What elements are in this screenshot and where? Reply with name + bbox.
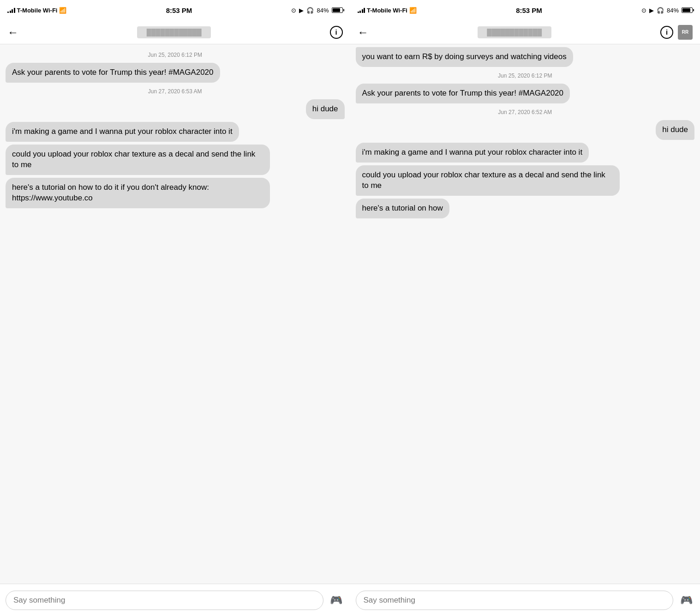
messages-area-right: you want to earn R$ by doing surveys and… <box>350 44 700 584</box>
message-incoming-3: could you upload your roblox char textur… <box>6 145 270 175</box>
wifi-icon: 📶 <box>59 7 66 14</box>
message-r-incoming-4: here's a tutorial on how <box>356 199 449 218</box>
gamepad-icon-right: 🎮 <box>680 594 693 606</box>
headphone-icon-right: 🎧 <box>657 7 664 14</box>
back-button-right[interactable]: ← <box>358 26 369 39</box>
gamepad-button-right[interactable]: 🎮 <box>678 592 694 609</box>
message-input-right[interactable] <box>356 591 674 610</box>
nav-icon-right: ▶ <box>649 7 654 14</box>
signal-icon-right <box>358 7 365 13</box>
input-bar-right: 🎮 <box>350 584 700 616</box>
battery-icon-right <box>682 7 693 13</box>
status-bar-left: T-Mobile Wi-Fi 📶 8:53 PM ⊙ ▶ 🎧 84% <box>0 0 350 20</box>
messages-area-left: Jun 25, 2020 6:12 PM Ask your parents to… <box>0 44 350 584</box>
message-incoming-4: here's a tutorial on how to do it if you… <box>6 178 270 208</box>
overflow-message: you want to earn R$ by doing surveys and… <box>356 47 573 67</box>
carrier-label: T-Mobile Wi-Fi <box>17 7 58 14</box>
location-icon-right: ⊙ <box>641 7 646 14</box>
nav-icon: ▶ <box>299 7 304 14</box>
message-incoming-1: Ask your parents to vote for Trump this … <box>6 63 220 83</box>
status-right: ⊙ ▶ 🎧 84% <box>291 7 342 14</box>
timestamp-1: Jun 25, 2020 6:12 PM <box>6 52 345 58</box>
message-r-incoming-3: could you upload your roblox char textur… <box>356 165 620 196</box>
back-button-left[interactable]: ← <box>7 26 18 39</box>
timestamp-2: Jun 27, 2020 6:53 AM <box>6 88 345 95</box>
message-input-left[interactable] <box>6 591 323 610</box>
battery-label-right: 84% <box>667 7 679 14</box>
headphone-icon: 🎧 <box>306 7 314 14</box>
status-right-right: ⊙ ▶ 🎧 84% <box>641 7 693 14</box>
message-r-outgoing-1: hi dude <box>656 120 694 140</box>
message-incoming-2: i'm making a game and I wanna put your r… <box>6 122 239 142</box>
time-label-right: 8:53 PM <box>516 6 542 14</box>
contact-name-left: ████████████ <box>137 26 211 38</box>
message-r-incoming-1: Ask your parents to vote for Trump this … <box>356 84 570 103</box>
location-icon: ⊙ <box>291 7 296 14</box>
timestamp-r1: Jun 25, 2020 6:12 PM <box>356 72 695 79</box>
signal-icon <box>7 7 15 13</box>
phone-panel-left: T-Mobile Wi-Fi 📶 8:53 PM ⊙ ▶ 🎧 84% ← ███… <box>0 0 350 616</box>
nav-bar-right: ← ████████████ i RR <box>350 20 700 44</box>
carrier-label-right: T-Mobile Wi-Fi <box>367 7 407 14</box>
info-button-right[interactable]: i <box>660 26 673 39</box>
nav-right-left: i <box>330 26 343 39</box>
timestamp-r2: Jun 27, 2020 6:52 AM <box>356 109 695 115</box>
gamepad-icon-left: 🎮 <box>330 594 342 606</box>
message-r-incoming-2: i'm making a game and I wanna put your r… <box>356 143 589 163</box>
battery-icon <box>332 7 343 13</box>
contact-name-right: ████████████ <box>478 26 551 38</box>
status-left: T-Mobile Wi-Fi 📶 <box>7 7 66 14</box>
avatar-right: RR <box>678 25 693 40</box>
nav-right-right: i RR <box>660 25 693 40</box>
wifi-icon-right: 📶 <box>409 7 417 14</box>
status-bar-right: T-Mobile Wi-Fi 📶 8:53 PM ⊙ ▶ 🎧 84% <box>350 0 700 20</box>
phone-panel-right: T-Mobile Wi-Fi 📶 8:53 PM ⊙ ▶ 🎧 84% ← ███… <box>350 0 700 616</box>
gamepad-button-left[interactable]: 🎮 <box>328 592 345 609</box>
battery-label: 84% <box>317 7 329 14</box>
status-left-right: T-Mobile Wi-Fi 📶 <box>358 7 417 14</box>
nav-bar-left: ← ████████████ i <box>0 20 350 44</box>
time-label: 8:53 PM <box>166 6 192 14</box>
message-outgoing-1: hi dude <box>306 99 345 119</box>
info-button-left[interactable]: i <box>330 26 343 39</box>
input-bar-left: 🎮 <box>0 584 350 616</box>
